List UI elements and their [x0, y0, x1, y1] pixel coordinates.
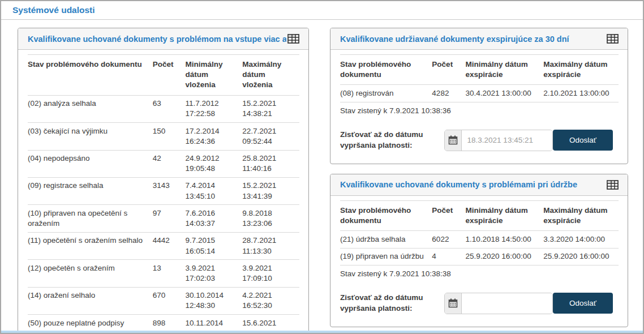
documents-table: Stav problémového dokumentu Počet Minimá…: [340, 54, 619, 102]
column-header: Maximálny dátum vloženia: [242, 55, 299, 96]
table-cell: 4442: [153, 232, 186, 259]
table-row: (10) připraven na opečetění s oražením97…: [28, 205, 299, 232]
table-cell: 17.2.2014 16:24:36: [185, 123, 242, 150]
table-row: (09) registrace selhala31437.4.2014 13:4…: [28, 177, 299, 204]
table-cell: (21) údržba selhala: [340, 231, 432, 248]
card-header: Kvalifikovane uchované dokumenty s probl…: [18, 28, 308, 50]
table-cell: 11.7.2012 17:22:58: [185, 95, 242, 122]
table-cell: 3.9.2021 17:02:03: [185, 260, 242, 287]
column-header: Stav problémového dokumentu: [340, 200, 432, 230]
table-cell: 25.8.2021 11:40:16: [242, 150, 299, 177]
table-cell: 63: [153, 95, 186, 122]
documents-table: Stav problémového dokumentu Počet Minimá…: [340, 200, 619, 265]
calendar-icon[interactable]: [445, 293, 462, 314]
table-row: (14) oražení selhalo67030.10.2014 12:48:…: [28, 287, 299, 314]
table-row: (08) registrován428230.4.2021 13:00:002.…: [340, 85, 619, 102]
table-cell: 9.8.2018 13:23:06: [242, 205, 299, 232]
page-title: Systémové udalosti: [12, 5, 95, 15]
table-cell: 22.7.2021 09:52:44: [242, 123, 299, 150]
table-cell: 4: [432, 248, 465, 265]
card-body: Stav problémového dokumentu Počet Minimá…: [330, 196, 628, 314]
table-cell: 7.4.2014 13:45:10: [185, 177, 242, 204]
card-title: Kvalifikovane uchované dokumenty s probl…: [28, 35, 286, 44]
table-header-row: Stav problémového dokumentu Počet Minimá…: [28, 55, 299, 96]
column-header: Stav problémového dokumentu: [340, 55, 432, 85]
table-cell: 3.3.2020 14:00:00: [543, 231, 619, 248]
calendar-icon[interactable]: [445, 130, 462, 151]
expiry-date-input[interactable]: [462, 130, 552, 151]
table-cell: 42: [153, 150, 186, 177]
column-header: Maximálny dátum exspirácie: [543, 200, 619, 230]
table-cell: 13: [153, 260, 186, 287]
table-cell: 4.2.2021 16:52:30: [242, 287, 299, 314]
card-title: Kvalifikovane udržiavané dokumenty exspi…: [340, 35, 606, 44]
table-cell: 9.7.2015 16:05:14: [185, 232, 242, 259]
table-header-row: Stav problémového dokumentu Počet Minimá…: [340, 200, 619, 230]
table-icon[interactable]: [286, 33, 300, 45]
card-header: Kvalifikovane udržiavané dokumenty exspi…: [330, 28, 628, 50]
table-cell: 2.10.2021 13:00:00: [543, 85, 619, 102]
table-row: (12) opečetěn s oražením133.9.2021 17:02…: [28, 260, 299, 287]
column-header: Minimálny dátum exspirácie: [465, 200, 543, 230]
date-input-group: [444, 293, 553, 314]
table-row: (02) analýza selhala6311.7.2012 17:22:58…: [28, 95, 299, 122]
card-expiring-30-days: Kvalifikovane udržiavané dokumenty exspi…: [330, 28, 628, 164]
table-row: (04) nepodepsáno4224.9.2012 19:05:4825.8…: [28, 150, 299, 177]
table-row: (11) opečetění s oražením selhalo44429.7…: [28, 232, 299, 259]
table-cell: 670: [153, 287, 186, 314]
right-column: Kvalifikovane udržiavané dokumenty exspi…: [330, 28, 628, 334]
table-cell: 4282: [432, 85, 465, 102]
card-input-problems: Kvalifikovane uchované dokumenty s probl…: [18, 28, 309, 334]
table-cell: 6022: [432, 231, 465, 248]
left-column: Kvalifikovane uchované dokumenty s probl…: [18, 28, 309, 334]
expiry-date-input[interactable]: [462, 293, 552, 314]
table-cell: (04) nepodepsáno: [28, 150, 153, 177]
submit-button[interactable]: Odoslať: [553, 293, 613, 314]
table-cell: (14) oražení selhalo: [28, 287, 153, 314]
expiry-check-form: Zisťovať až do dátumu vypršania platnost…: [340, 130, 619, 151]
card-header: Kvalifikovane uchované dokumenty s probl…: [330, 174, 628, 196]
table-row: (03) čekající na výjimku15017.2.2014 16:…: [28, 123, 299, 150]
system-events-page: Systémové udalosti Kvalifikovane uchovan…: [0, 0, 644, 334]
table-cell: (19) připraven na údržbu: [340, 248, 432, 265]
column-header: Minimálny dátum vloženia: [185, 55, 242, 96]
table-cell: 3143: [153, 177, 186, 204]
table-cell: 3.9.2021 17:09:10: [242, 260, 299, 287]
table-cell: 15.2.2021 13:41:39: [242, 177, 299, 204]
page-header: Systémové udalosti: [1, 1, 643, 20]
table-cell: (12) opečetěn s oražením: [28, 260, 153, 287]
expiry-date-label: Zisťovať až do dátumu vypršania platnost…: [340, 130, 441, 151]
column-header: Stav problémového dokumentu: [28, 55, 153, 96]
table-cell: 25.9.2020 16:00:00: [465, 248, 543, 265]
bottom-edge-strip: [1, 331, 643, 333]
documents-table: Stav problémového dokumentu Počet Minimá…: [28, 54, 299, 334]
status-line: Stav zistený k 7.9.2021 10:38:36: [340, 102, 619, 119]
table-cell: (10) připraven na opečetění s oražením: [28, 205, 153, 232]
table-cell: (11) opečetění s oražením selhalo: [28, 232, 153, 259]
status-line: Stav zistený k 7.9.2021 10:38:38: [340, 265, 619, 282]
column-header: Počet: [153, 55, 186, 96]
card-title: Kvalifikovane uchované dokumenty s probl…: [340, 180, 606, 189]
table-cell: (03) čekající na výjimku: [28, 123, 153, 150]
table-icon[interactable]: [606, 33, 620, 45]
table-cell: 30.4.2021 13:00:00: [465, 85, 543, 102]
table-cell: 150: [153, 123, 186, 150]
table-cell: (09) registrace selhala: [28, 177, 153, 204]
column-header: Maximálny dátum exspirácie: [543, 55, 619, 85]
submit-button[interactable]: Odoslať: [553, 130, 613, 151]
table-cell: 28.7.2021 11:13:30: [242, 232, 299, 259]
table-cell: (02) analýza selhala: [28, 95, 153, 122]
table-cell: 30.10.2014 12:48:30: [185, 287, 242, 314]
table-cell: 97: [153, 205, 186, 232]
column-header: Minimálny dátum exspirácie: [465, 55, 543, 85]
content-area: Kvalifikovane uchované dokumenty s probl…: [1, 20, 643, 334]
column-header: Počet: [432, 55, 465, 85]
column-header: Počet: [432, 200, 465, 230]
table-header-row: Stav problémového dokumentu Počet Minimá…: [340, 55, 619, 85]
table-cell: 1.10.2018 14:50:00: [465, 231, 543, 248]
table-cell: (08) registrován: [340, 85, 432, 102]
table-cell: 24.9.2012 19:05:48: [185, 150, 242, 177]
table-icon[interactable]: [606, 179, 620, 191]
table-cell: 15.2.2021 14:38:21: [242, 95, 299, 122]
table-row: (19) připraven na údržbu425.9.2020 16:00…: [340, 248, 619, 265]
